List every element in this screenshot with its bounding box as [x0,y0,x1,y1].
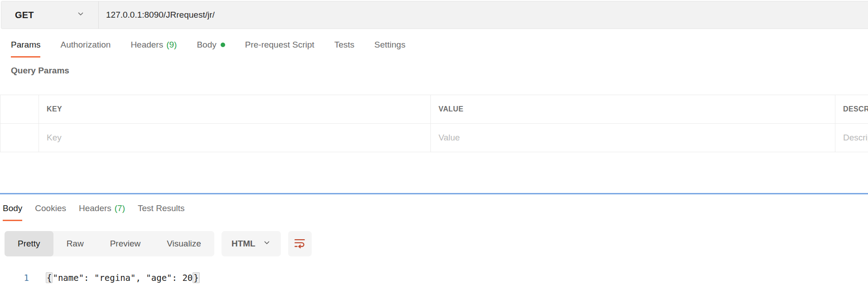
format-dropdown[interactable]: HTML [222,231,281,256]
line-number: 1 [0,271,29,285]
tab-params[interactable]: Params [11,40,40,58]
chevron-down-icon [263,239,271,249]
request-tabs: Params Authorization Headers (9) Body Pr… [11,40,868,58]
tab-settings[interactable]: Settings [374,40,405,58]
body-modified-dot-icon [221,43,225,47]
tab-authorization[interactable]: Authorization [60,40,111,58]
view-mode-pretty[interactable]: Pretty [5,231,53,256]
json-content: "name": "regina", "age": 20 [53,273,193,283]
tab-headers-label: Headers [130,40,163,50]
tab-tests-label: Tests [334,40,354,50]
value-input[interactable] [439,133,815,143]
tab-tests[interactable]: Tests [334,40,354,58]
view-mode-visualize-label: Visualize [167,239,201,249]
column-header-value: VALUE [431,95,835,124]
table-select-column-header [0,95,39,124]
response-toolbar: Pretty Raw Preview Visualize HTML [5,231,868,256]
response-body-line: 1 {"name": "regina", "age": 20} [0,271,868,285]
query-params-title: Query Params [11,66,868,76]
response-tab-test-results-label: Test Results [138,203,184,213]
response-json-text: {"name": "regina", "age": 20} [46,271,200,285]
tab-params-label: Params [11,40,40,50]
view-mode-raw[interactable]: Raw [53,231,97,256]
response-tab-cookies[interactable]: Cookies [35,203,66,221]
value-cell [431,124,835,152]
wrap-text-button[interactable] [288,231,312,256]
method-dropdown[interactable]: GET [1,1,99,29]
headers-count-badge: (9) [166,40,177,50]
pane-splitter[interactable] [0,193,868,194]
view-mode-raw-label: Raw [67,239,84,249]
view-mode-preview[interactable]: Preview [97,231,154,256]
response-tab-body[interactable]: Body [3,203,22,221]
open-brace-highlight: { [46,272,53,283]
url-input[interactable] [99,1,868,29]
response-tab-cookies-label: Cookies [35,203,66,213]
column-header-description: DESCRIPTION [835,95,868,124]
tab-authorization-label: Authorization [60,40,111,50]
response-tab-body-label: Body [3,203,22,213]
response-tab-headers[interactable]: Headers (7) [79,203,125,221]
view-mode-preview-label: Preview [110,239,141,249]
response-tabs: Body Cookies Headers (7) Test Results [3,203,868,221]
view-mode-pretty-label: Pretty [18,239,40,249]
view-mode-visualize[interactable]: Visualize [154,231,214,256]
key-cell [39,124,431,152]
text-wrap-icon [294,237,306,251]
chevron-down-icon [77,10,85,20]
column-header-key: KEY [39,95,431,124]
response-tab-test-results[interactable]: Test Results [138,203,184,221]
tab-pre-request-script-label: Pre-request Script [245,40,314,50]
tab-headers[interactable]: Headers (9) [130,40,177,58]
request-url-bar: GET [1,1,868,29]
close-brace-highlight: } [193,272,199,283]
tab-settings-label: Settings [374,40,405,50]
description-input[interactable] [843,133,868,143]
format-label: HTML [231,239,256,249]
row-checkbox-cell [0,124,39,152]
response-headers-count-badge: (7) [115,203,125,213]
view-mode-switch: Pretty Raw Preview Visualize [5,231,214,256]
query-params-table: KEY VALUE DESCRIPTION [0,95,868,152]
tab-body-label: Body [197,40,216,50]
response-tab-headers-label: Headers [79,203,111,213]
tab-pre-request-script[interactable]: Pre-request Script [245,40,314,58]
tab-body[interactable]: Body [197,40,225,58]
method-label: GET [15,10,34,20]
description-cell [835,124,868,152]
key-input[interactable] [47,133,411,143]
